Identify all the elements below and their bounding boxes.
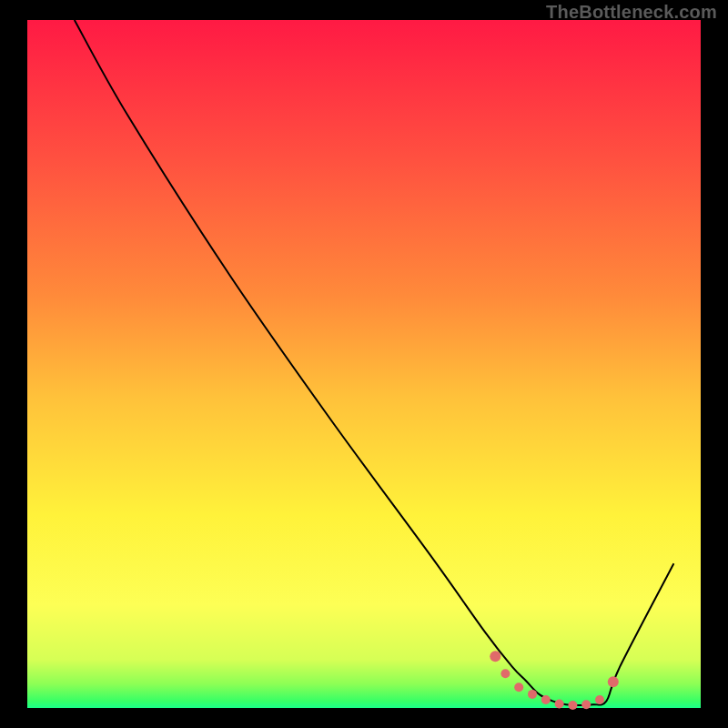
marker-dot [541,695,551,704]
marker-dot [555,699,564,708]
chart-container: TheBottleneck.com [0,0,728,728]
marker-dot [490,651,500,662]
marker-dot [500,669,510,678]
marker-dot [568,701,577,710]
bottleneck-chart [0,0,728,728]
marker-dot [581,700,591,709]
marker-dot [595,695,604,704]
marker-dot [528,690,537,699]
watermark-text: TheBottleneck.com [546,2,717,23]
marker-dot [608,676,619,687]
marker-dot [514,682,523,692]
plot-background [27,20,701,708]
